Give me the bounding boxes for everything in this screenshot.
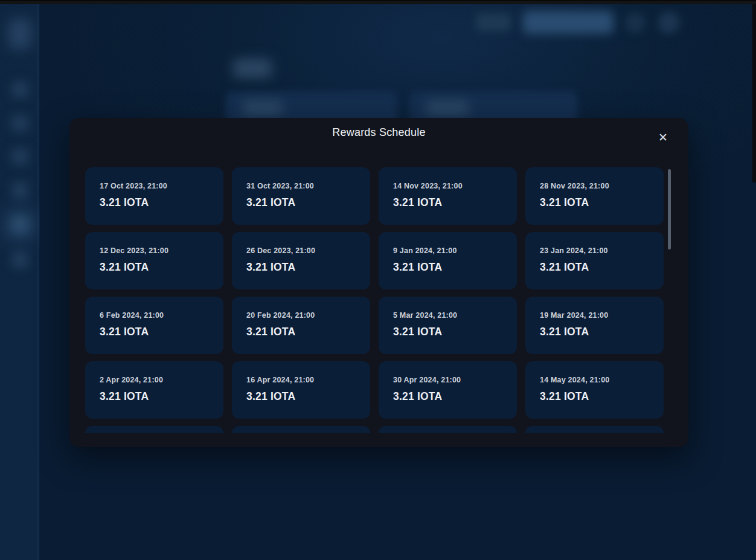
reward-card: 31 Oct 2023, 21:003.21 IOTA [232, 167, 370, 225]
reward-card-partial [379, 426, 517, 433]
reward-card: 30 Apr 2024, 21:003.21 IOTA [379, 361, 517, 419]
reward-date: 14 May 2024, 21:00 [540, 376, 652, 384]
reward-date: 20 Feb 2024, 21:00 [246, 311, 358, 320]
reward-amount: 3.21 IOTA [540, 390, 652, 403]
reward-card: 9 Jan 2024, 21:003.21 IOTA [379, 232, 517, 289]
reward-date: 12 Dec 2023, 21:00 [100, 246, 211, 255]
reward-date: 6 Feb 2024, 21:00 [100, 311, 211, 320]
reward-card: 5 Mar 2024, 21:003.21 IOTA [379, 297, 517, 354]
reward-card: 19 Mar 2024, 21:003.21 IOTA [525, 297, 664, 354]
reward-amount: 3.21 IOTA [100, 390, 211, 403]
reward-amount: 3.21 IOTA [100, 261, 211, 274]
reward-date: 16 Apr 2024, 21:00 [246, 376, 358, 384]
reward-card: 23 Jan 2024, 21:003.21 IOTA [525, 232, 664, 289]
reward-amount: 3.21 IOTA [393, 196, 505, 209]
reward-amount: 3.21 IOTA [540, 326, 652, 338]
close-button[interactable]: ✕ [653, 127, 673, 147]
reward-date: 28 Nov 2023, 21:00 [540, 182, 652, 190]
reward-amount: 3.21 IOTA [540, 261, 652, 274]
modal-title: Rewards Schedule [69, 126, 688, 139]
reward-card-partial [525, 426, 664, 433]
reward-date: 17 Oct 2023, 21:00 [100, 182, 211, 190]
reward-card: 26 Dec 2023, 21:003.21 IOTA [232, 232, 370, 289]
reward-date: 5 Mar 2024, 21:00 [393, 311, 505, 320]
reward-amount: 3.21 IOTA [246, 390, 358, 403]
reward-date: 2 Apr 2024, 21:00 [100, 376, 211, 384]
reward-card: 6 Feb 2024, 21:003.21 IOTA [85, 297, 223, 354]
reward-card: 20 Feb 2024, 21:003.21 IOTA [232, 297, 370, 354]
reward-amount: 3.21 IOTA [246, 261, 358, 274]
reward-amount: 3.21 IOTA [246, 326, 358, 338]
reward-card: 2 Apr 2024, 21:003.21 IOTA [85, 361, 223, 419]
reward-amount: 3.21 IOTA [100, 326, 211, 338]
reward-card: 12 Dec 2023, 21:003.21 IOTA [85, 232, 223, 289]
reward-card: 17 Oct 2023, 21:003.21 IOTA [85, 167, 223, 225]
reward-amount: 3.21 IOTA [393, 326, 505, 338]
reward-card: 16 Apr 2024, 21:003.21 IOTA [232, 361, 370, 419]
modal-scrollbar-thumb[interactable] [668, 169, 671, 249]
reward-card-partial [85, 426, 223, 433]
reward-card-partial [232, 426, 370, 433]
rewards-modal: Rewards Schedule ✕ 17 Oct 2023, 21:003.2… [69, 118, 688, 447]
reward-date: 23 Jan 2024, 21:00 [540, 246, 652, 255]
modal-body: 17 Oct 2023, 21:003.21 IOTA31 Oct 2023, … [85, 167, 673, 433]
reward-amount: 3.21 IOTA [246, 196, 358, 209]
reward-date: 9 Jan 2024, 21:00 [393, 246, 505, 255]
reward-amount: 3.21 IOTA [393, 261, 505, 274]
close-icon: ✕ [658, 132, 668, 143]
reward-amount: 3.21 IOTA [100, 196, 211, 209]
reward-date: 26 Dec 2023, 21:00 [246, 246, 358, 255]
rewards-grid: 17 Oct 2023, 21:003.21 IOTA31 Oct 2023, … [85, 167, 673, 433]
reward-amount: 3.21 IOTA [393, 390, 505, 403]
reward-card: 28 Nov 2023, 21:003.21 IOTA [525, 167, 664, 225]
reward-date: 14 Nov 2023, 21:00 [393, 182, 505, 190]
reward-date: 19 Mar 2024, 21:00 [540, 311, 652, 320]
reward-date: 30 Apr 2024, 21:00 [393, 376, 505, 384]
reward-date: 31 Oct 2023, 21:00 [246, 182, 358, 190]
reward-amount: 3.21 IOTA [540, 196, 652, 209]
reward-card: 14 Nov 2023, 21:003.21 IOTA [379, 167, 517, 225]
reward-card: 14 May 2024, 21:003.21 IOTA [525, 361, 664, 419]
